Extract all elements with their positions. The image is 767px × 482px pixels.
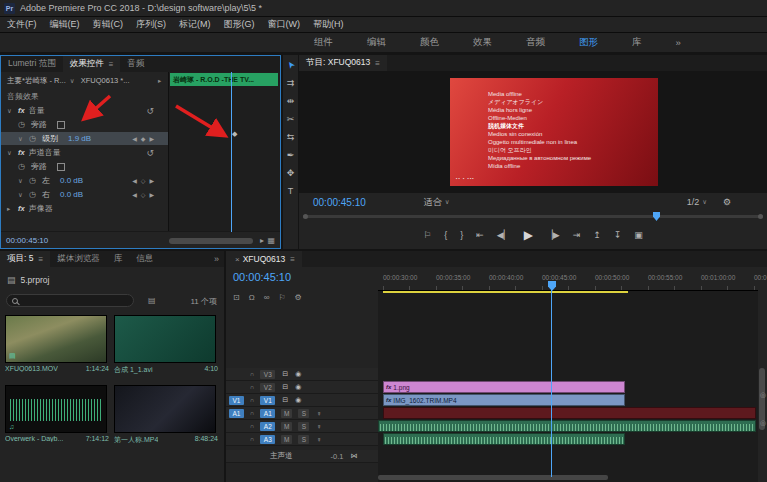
right-value[interactable]: 0.0 dB — [60, 190, 83, 199]
clip-offline-media[interactable] — [383, 407, 756, 419]
selection-tool[interactable]: ➤ — [287, 60, 295, 70]
solo-button[interactable]: S — [298, 422, 309, 431]
tab-media-browser[interactable]: 媒体浏览器 — [50, 251, 107, 267]
video-thumbnail[interactable]: ▤ — [5, 315, 107, 363]
panel-menu-icon[interactable]: ≡ — [375, 59, 380, 68]
reset-effect-icon[interactable]: ↺ — [146, 148, 154, 158]
effect-controls-mini-timeline[interactable]: 岩崎琢 - R.O.D -THE TV... ◆ ◆ — [168, 72, 280, 232]
tab-program-monitor[interactable]: 节目: XFUQ0613≡ — [299, 55, 387, 71]
workspace-audio[interactable]: 音频 — [526, 36, 545, 49]
stopwatch-icon[interactable]: ◷ — [18, 162, 27, 171]
lock-icon[interactable]: ∩ — [250, 371, 254, 377]
panel-menu-icon[interactable]: ≡ — [290, 255, 295, 264]
chevron-down-icon[interactable]: ∨ — [18, 135, 25, 143]
panel-menu-icon[interactable]: ≡ — [109, 60, 114, 69]
mute-button[interactable]: M — [281, 409, 292, 418]
previous-keyframe-icon[interactable]: ◀ — [132, 135, 137, 142]
mark-out-button[interactable]: } — [460, 230, 463, 240]
param-row-volume-level[interactable]: ∨ ◷ 级别 1.9 dB ◀ ◆ ▶ — [1, 132, 168, 145]
item-name[interactable]: 合成 1_1.avi — [114, 365, 153, 375]
workspace-editing[interactable]: 编辑 — [367, 36, 386, 49]
scrubber-start-handle[interactable] — [303, 214, 308, 219]
search-input[interactable] — [21, 296, 121, 305]
menu-window[interactable]: 窗口(W) — [268, 18, 301, 31]
next-keyframe-icon[interactable]: ▶ — [149, 135, 154, 142]
workspace-assembly[interactable]: 组件 — [314, 36, 333, 49]
horizontal-scrollbar[interactable] — [378, 475, 608, 480]
toggle-track-output-icon[interactable]: ◉ — [295, 396, 301, 404]
project-search-box[interactable] — [6, 294, 134, 307]
menu-file[interactable]: 文件(F) — [7, 18, 37, 31]
add-marker-icon[interactable]: ⚐ — [278, 293, 285, 302]
project-item-composite[interactable]: 合成 1_1.avi4:10 — [114, 315, 218, 375]
track-target-v2[interactable]: V2 — [260, 383, 275, 392]
track-target-a1[interactable]: A1 — [260, 409, 275, 418]
source-patch[interactable] — [229, 422, 244, 431]
audio-thumbnail[interactable]: ♫ — [5, 385, 107, 433]
go-to-out-button[interactable]: ⇥ — [573, 230, 581, 240]
video-thumbnail[interactable] — [114, 385, 216, 433]
voiceover-record-icon[interactable]: ♀ — [316, 436, 321, 443]
mark-in-button[interactable]: { — [444, 230, 447, 240]
show-keyframes-icon[interactable]: ⋈ — [350, 452, 357, 460]
clip-img-1602-trim[interactable]: fx IMG_1602.TRIM.MP4 — [383, 394, 625, 406]
clip-audio-a3[interactable] — [383, 433, 625, 445]
menu-clip[interactable]: 剪辑(C) — [93, 18, 124, 31]
horizontal-scrollbar[interactable] — [169, 238, 253, 244]
step-forward-button[interactable]: ▕▶ — [546, 230, 560, 240]
scrubber-playhead[interactable] — [653, 212, 660, 221]
workspace-overflow-icon[interactable]: » — [676, 37, 681, 48]
scrubber-track[interactable] — [303, 215, 763, 218]
go-to-in-button[interactable]: ⇤ — [476, 230, 484, 240]
source-patch[interactable] — [229, 383, 244, 392]
workspace-color[interactable]: 颜色 — [420, 36, 439, 49]
sync-lock-icon[interactable]: ⊟ — [282, 396, 288, 404]
bypass-checkbox[interactable] — [57, 121, 65, 129]
slip-tool[interactable]: ⇆ — [287, 132, 295, 142]
project-item-xfuq0613[interactable]: ▤ XFUQ0613.MOV1:14:24 — [5, 315, 109, 372]
solo-button[interactable]: S — [298, 409, 309, 418]
add-remove-keyframe-icon[interactable]: ◆ — [141, 135, 146, 142]
keyframe-icon[interactable]: ◆ — [217, 130, 222, 138]
play-audio-icon[interactable]: ▸ — [260, 236, 264, 245]
voiceover-record-icon[interactable]: ♀ — [316, 410, 321, 417]
type-tool[interactable]: T — [288, 186, 294, 196]
toggle-track-output-icon[interactable]: ◉ — [295, 370, 301, 378]
next-keyframe-icon[interactable]: ▶ — [149, 177, 154, 184]
play-button[interactable]: ▶ — [524, 228, 533, 242]
menu-help[interactable]: 帮助(H) — [313, 18, 344, 31]
pen-tool[interactable]: ✒ — [287, 150, 295, 160]
hand-tool[interactable]: ✥ — [287, 168, 295, 178]
stopwatch-icon[interactable]: ◷ — [29, 176, 38, 185]
playhead[interactable] — [231, 72, 232, 232]
workspace-libraries[interactable]: 库 — [632, 36, 642, 49]
effect-row-channel-volume[interactable]: ∨ fx 声道音量 ↺ — [1, 146, 168, 159]
previous-keyframe-icon[interactable]: ◀ — [132, 177, 137, 184]
tab-info[interactable]: 信息 — [129, 251, 160, 267]
chevron-down-icon[interactable]: ∨ — [18, 191, 25, 199]
chevron-right-icon[interactable]: ▸ — [7, 205, 14, 213]
track-select-tool[interactable]: ⇉ — [287, 78, 295, 88]
workspace-effects[interactable]: 效果 — [473, 36, 492, 49]
sequence-clip-label[interactable]: XFUQ0613 *... — [81, 76, 130, 85]
clip-timecode[interactable]: 00:00:45:10 — [6, 236, 48, 245]
master-clip-label[interactable]: 主要*岩崎琢 - R... — [7, 76, 66, 86]
close-icon[interactable]: × — [235, 255, 240, 264]
track-target-v1[interactable]: V1 — [260, 396, 275, 405]
lock-icon[interactable]: ∩ — [250, 397, 254, 403]
monitor-settings-icon[interactable]: ⚙ — [723, 197, 731, 207]
mute-button[interactable]: M — [281, 422, 292, 431]
project-item-firstperson[interactable]: 第一人称.MP48:48:24 — [114, 385, 218, 445]
timeline-settings-icon[interactable]: ⚙ — [295, 293, 302, 302]
stopwatch-icon[interactable]: ◷ — [18, 120, 27, 129]
project-file-row[interactable]: ▤ 5.prproj — [0, 271, 224, 289]
track-target-a3[interactable]: A3 — [260, 435, 275, 444]
program-scrubber[interactable] — [299, 211, 767, 221]
param-row-channel-left[interactable]: ∨ ◷ 左 0.0 dB ◀ ◇ ▶ — [1, 174, 168, 187]
tab-project[interactable]: 项目: 5≡ — [0, 251, 50, 267]
sync-lock-icon[interactable]: ⊟ — [282, 370, 288, 378]
lock-icon[interactable]: ∩ — [250, 423, 254, 429]
keyframe-icon[interactable]: ◆ — [232, 130, 237, 138]
timeline-timecode[interactable]: 00:00:45:10 — [233, 271, 291, 283]
previous-keyframe-icon[interactable]: ◀ — [132, 191, 137, 198]
